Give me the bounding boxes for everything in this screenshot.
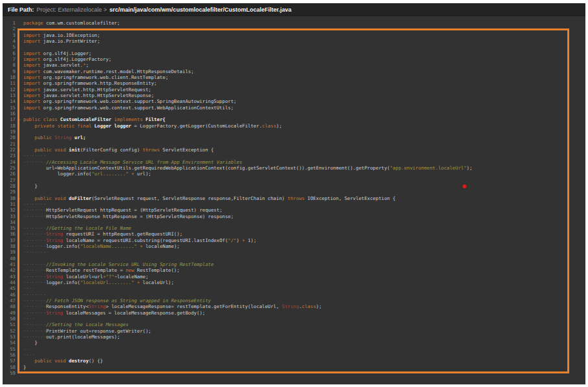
code-line[interactable]: 13import javax.servlet.http.HttpServletR… bbox=[6, 93, 585, 98]
fold-marker-icon[interactable]: - bbox=[16, 116, 23, 122]
fold-spacer bbox=[16, 310, 23, 316]
fold-spacer bbox=[16, 280, 23, 285]
fold-spacer bbox=[16, 298, 23, 304]
code-text: ········ResponseEntity<String> localeMes… bbox=[23, 304, 585, 309]
code-line[interactable]: 41········//Invoking the Locale Service … bbox=[6, 261, 585, 267]
line-number: 38 bbox=[6, 243, 16, 249]
code-line[interactable]: 43········String localeUrl=url+"?"+local… bbox=[6, 274, 585, 280]
code-line[interactable]: 51········//Setting the Locale Messages bbox=[6, 322, 585, 327]
code-line[interactable]: 22- public void init(FilterConfig config… bbox=[6, 147, 585, 153]
code-line[interactable]: 45···· bbox=[6, 285, 585, 291]
code-text: ········logger.info("localeUrl........" … bbox=[23, 280, 585, 285]
code-line[interactable]: 39········· bbox=[6, 249, 585, 255]
code-line[interactable]: 53········out.print(localeMessages); bbox=[6, 334, 585, 340]
fold-spacer bbox=[16, 201, 23, 207]
fold-spacer bbox=[16, 231, 23, 237]
code-line[interactable]: 35········//Getting the Locale File Name bbox=[6, 225, 585, 231]
code-line[interactable]: 49········String localeMessages = locale… bbox=[6, 310, 585, 316]
fold-spacer bbox=[16, 328, 23, 334]
code-line[interactable]: 52········PrintWriter out=response.getWr… bbox=[6, 328, 585, 334]
code-line[interactable]: 37········String localeName = requestURI… bbox=[6, 238, 585, 243]
code-line[interactable]: 2 bbox=[6, 26, 585, 32]
code-text: ········//Invoking the Locale Service UR… bbox=[23, 261, 585, 267]
code-line[interactable]: 10import org.springframework.web.client.… bbox=[6, 74, 585, 80]
code-line[interactable]: 23········ bbox=[6, 153, 585, 159]
code-line[interactable]: 55·· bbox=[6, 346, 585, 352]
code-line[interactable]: 8import javax.servlet.*; bbox=[6, 62, 585, 68]
code-line[interactable]: 58} bbox=[6, 364, 585, 370]
code-text: } bbox=[23, 340, 585, 346]
code-line[interactable]: 14import org.springframework.web.context… bbox=[6, 98, 585, 104]
line-number: 20 bbox=[6, 135, 16, 140]
code-line[interactable]: 18 private static final Logger logger = … bbox=[6, 123, 585, 129]
code-line[interactable]: 7import org.slf4j.LoggerFactory; bbox=[6, 56, 585, 62]
code-line[interactable]: 21 bbox=[6, 141, 585, 147]
code-line[interactable]: 59 bbox=[6, 370, 585, 376]
code-line[interactable]: 56···· bbox=[6, 352, 585, 358]
line-number: 5 bbox=[6, 44, 16, 50]
code-line[interactable]: 25 url=WebApplicationContextUtils.getReq… bbox=[6, 165, 585, 171]
line-number: 4 bbox=[6, 38, 16, 44]
code-line[interactable]: 4import java.io.PrintWriter; bbox=[6, 38, 585, 44]
code-line[interactable]: 32········HttpServletRequest httpRequest… bbox=[6, 207, 585, 213]
line-number: 39 bbox=[6, 249, 16, 255]
code-line[interactable]: 36········String requestURI = httpReques… bbox=[6, 231, 585, 237]
code-line[interactable]: 48········ResponseEntity<String> localeM… bbox=[6, 304, 585, 309]
code-line[interactable]: 54 } bbox=[6, 340, 585, 346]
line-number: 17 bbox=[6, 116, 16, 122]
fold-spacer bbox=[16, 129, 23, 135]
code-line[interactable]: 19 bbox=[6, 129, 585, 135]
line-number: 36 bbox=[6, 231, 16, 237]
code-line[interactable]: 28 } bbox=[6, 183, 585, 189]
code-line[interactable]: 26 logger.info("url........" + url); bbox=[6, 171, 585, 177]
code-line[interactable]: 15import org.springframework.web.context… bbox=[6, 105, 585, 111]
line-number: 50 bbox=[6, 316, 16, 322]
code-editor[interactable]: 1package com.wm.customlocalefilter;23imp… bbox=[3, 16, 585, 384]
fold-spacer bbox=[16, 74, 23, 80]
code-line[interactable]: 9import com.wavemaker.runtime.rest.model… bbox=[6, 69, 585, 74]
code-line[interactable]: 30- public void doFilter(ServletRequest … bbox=[6, 195, 585, 201]
code-text: public void destroy() {} bbox=[23, 358, 585, 364]
code-text: ········RestTemplate restTemplate = new … bbox=[23, 267, 585, 273]
code-line[interactable]: 16 bbox=[6, 111, 585, 116]
code-line[interactable]: 11import org.springframework.http.Respon… bbox=[6, 80, 585, 86]
code-line[interactable]: 57 public void destroy() {} bbox=[6, 358, 585, 364]
line-number: 15 bbox=[6, 105, 16, 111]
line-number: 32 bbox=[6, 207, 16, 213]
code-line[interactable]: 50···· bbox=[6, 316, 585, 322]
code-line[interactable]: 42········RestTemplate restTemplate = ne… bbox=[6, 267, 585, 273]
fold-marker-icon[interactable]: - bbox=[16, 147, 23, 153]
code-line[interactable]: 46········ bbox=[6, 292, 585, 298]
file-path-bar: File Path: Project: Externalizelocale > … bbox=[3, 3, 585, 16]
code-line[interactable]: 5 bbox=[6, 44, 585, 50]
code-text: ········out.print(localeMessages); bbox=[23, 334, 585, 340]
code-text: import com.wavemaker.runtime.rest.model.… bbox=[23, 69, 585, 74]
code-line[interactable]: 31········ bbox=[6, 201, 585, 207]
code-line[interactable]: 12import javax.servlet.http.HttpServletR… bbox=[6, 87, 585, 93]
code-line[interactable]: 24········//Accessing Lacale Message Ser… bbox=[6, 159, 585, 165]
fold-marker-icon[interactable]: - bbox=[16, 195, 23, 201]
code-line[interactable]: 20 public String url; bbox=[6, 135, 585, 140]
line-number: 47 bbox=[6, 298, 16, 304]
code-line[interactable]: 38········logger.info("localeName.......… bbox=[6, 243, 585, 249]
code-text: public void init(FilterConfig config) th… bbox=[23, 147, 585, 153]
code-line[interactable]: 44········logger.info("localeUrl........… bbox=[6, 280, 585, 285]
line-number: 40 bbox=[6, 256, 16, 261]
fold-spacer bbox=[16, 32, 23, 38]
code-line[interactable]: 47········// Fetch JSON response as Stri… bbox=[6, 298, 585, 304]
code-line[interactable]: 34 bbox=[6, 219, 585, 225]
code-text: ········HttpServletResponse httpResponse… bbox=[23, 214, 585, 219]
code-line[interactable]: 3import java.io.IOException; bbox=[6, 32, 585, 38]
code-line[interactable]: 29 bbox=[6, 189, 585, 195]
code-line[interactable]: 33········HttpServletResponse httpRespon… bbox=[6, 214, 585, 219]
code-line[interactable]: 40 bbox=[6, 256, 585, 261]
code-line[interactable]: 27 bbox=[6, 177, 585, 183]
code-text: ········//Getting the Locale File Name bbox=[23, 225, 585, 231]
line-number: 6 bbox=[6, 50, 16, 56]
line-number: 41 bbox=[6, 261, 16, 267]
code-text: ········PrintWriter out=response.getWrit… bbox=[23, 328, 585, 334]
code-line[interactable]: 6import org.slf4j.Logger; bbox=[6, 50, 585, 56]
code-text: import org.springframework.web.context.s… bbox=[23, 98, 585, 104]
code-line[interactable]: 17-public class CustomLocaleFilter imple… bbox=[6, 116, 585, 122]
code-line[interactable]: 1package com.wm.customlocalefilter; bbox=[6, 20, 585, 26]
